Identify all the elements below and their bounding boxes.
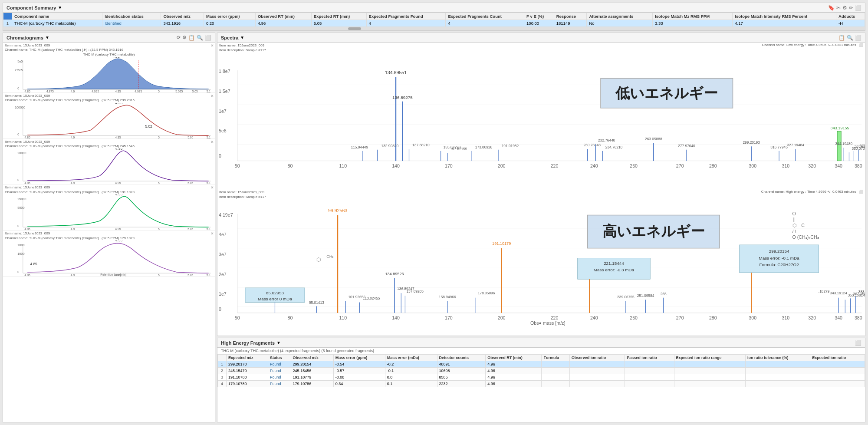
svg-text:221.15444: 221.15444 xyxy=(604,261,624,266)
frag-col-exp-mz[interactable]: Expected m/z xyxy=(227,355,268,361)
frag-row-3-formula xyxy=(542,374,569,381)
frag-icon1[interactable]: ⬜ xyxy=(855,340,861,346)
chrom-item-1-close[interactable]: ✕ xyxy=(210,43,214,48)
chrom-icon1[interactable]: ⟳ xyxy=(177,35,181,41)
frag-col-ion-tol[interactable]: Ion ratio tolerance (%) xyxy=(746,355,810,361)
frag-col-obs-ion[interactable]: Observed ion ratio xyxy=(569,355,625,361)
frag-col-formula[interactable]: Formula xyxy=(542,355,569,361)
svg-text:85.02953: 85.02953 xyxy=(266,291,284,296)
spectra-icon1[interactable]: 📋 xyxy=(838,35,845,41)
component-table-scrollbar[interactable] xyxy=(3,27,865,30)
svg-text:113.02455: 113.02455 xyxy=(363,297,380,301)
chrom-item-3-close[interactable]: ✕ xyxy=(210,140,214,144)
chrom-item-5-close[interactable]: ✕ xyxy=(210,231,214,236)
svg-text:220: 220 xyxy=(551,163,559,168)
high-energy-graph-container: 4.19e7 4e7 3e7 2e7 1e7 0 xyxy=(217,200,865,333)
chrom-icon4[interactable]: 🔍 xyxy=(197,35,203,41)
col-name[interactable]: Component name xyxy=(12,13,102,20)
col-obs-mz[interactable]: Observed m/z xyxy=(161,13,204,20)
col-adducts[interactable]: Adducts xyxy=(836,13,865,20)
frag-row-2[interactable]: 2 245.15470 Found 245.15456 -0.57 -0.1 1… xyxy=(218,368,865,374)
frag-row-1-pass-ion xyxy=(625,361,674,368)
row-obs-rt: 4.96 xyxy=(255,20,311,27)
edit-icon[interactable]: ✏ xyxy=(849,5,853,11)
frag-row-1[interactable]: 1 299.20170 Found 299.20154 -0.54 -0.2 4… xyxy=(218,361,865,368)
frag-col-obs-rt[interactable]: Observed RT (min) xyxy=(486,355,542,361)
component-summary-dropdown-icon[interactable]: ▼ xyxy=(58,5,62,10)
svg-text:299.20154: 299.20154 xyxy=(769,249,789,254)
col-exp-frag-count[interactable]: Expected Fragments Count xyxy=(446,13,524,20)
frag-row-3[interactable]: 3 191.10780 Found 191.10779 -0.08 0.0 85… xyxy=(218,374,865,381)
col-exp-rt[interactable]: Expected RT (min) xyxy=(311,13,366,20)
low-energy-expand[interactable]: ⬜ xyxy=(859,43,863,47)
svg-rect-127 xyxy=(837,132,841,161)
svg-text:110: 110 xyxy=(339,163,347,168)
svg-text:1.5e7: 1.5e7 xyxy=(219,89,230,94)
svg-text:300: 300 xyxy=(749,163,756,168)
svg-text:134.89526: 134.89526 xyxy=(385,272,404,276)
row-mass-err: 0.20 xyxy=(204,20,255,27)
table-row[interactable]: 1 THC-M (carboxy THC metabolite) Identif… xyxy=(3,20,865,27)
col-fve[interactable]: F v E (%) xyxy=(524,13,554,20)
svg-text:240: 240 xyxy=(590,163,598,168)
spectra-icon2[interactable]: 🔍 xyxy=(847,35,853,41)
chromatograms-dropdown-icon[interactable]: ▼ xyxy=(45,35,49,40)
chrom-icon5[interactable]: ⬜ xyxy=(205,35,211,41)
svg-text:277.97640: 277.97640 xyxy=(678,144,695,148)
frag-row-4[interactable]: 4 179.10780 Found 179.10786 0.34 0.1 223… xyxy=(218,381,865,387)
svg-text:320: 320 xyxy=(808,163,816,168)
chrom-item-2-name: Item name: 15June2023_009 xyxy=(5,94,213,98)
frag-col-pass-ion[interactable]: Passed ion ratio xyxy=(625,355,674,361)
scissors-icon[interactable]: ✂ xyxy=(836,5,841,11)
spectra-dropdown-icon[interactable]: ▼ xyxy=(240,35,244,40)
svg-text:80: 80 xyxy=(288,163,293,168)
expand-icon[interactable]: ⬜ xyxy=(855,5,861,11)
gear-icon[interactable]: ⚙ xyxy=(842,5,847,11)
col-alt-assign[interactable]: Alternate assignments xyxy=(587,13,653,20)
frag-col-mass-mda[interactable]: Mass error (mDa) xyxy=(385,355,437,361)
frag-col-exp-ion-range[interactable]: Expected ion ratio range xyxy=(674,355,745,361)
frag-col-obs-mz[interactable]: Observed m/z xyxy=(291,355,333,361)
chrom-icon2[interactable]: ⚙ xyxy=(182,35,187,41)
svg-text:4.9: 4.9 xyxy=(71,273,75,277)
frag-row-4-status: Found xyxy=(268,381,291,387)
col-iso-mz[interactable]: Isotope Match Mz RMS PPM xyxy=(653,13,733,20)
frag-row-2-exp-ion xyxy=(810,368,865,374)
svg-text:20000: 20000 xyxy=(17,151,26,155)
spectra-content: Item name: 15June2023_009 Item descripti… xyxy=(217,43,865,336)
col-mass-err[interactable]: Mass error (ppm) xyxy=(204,13,255,20)
svg-text:140: 140 xyxy=(392,315,400,320)
spectra-icon3[interactable]: ⬜ xyxy=(855,35,861,41)
high-energy-svg: 4.19e7 4e7 3e7 2e7 1e7 0 xyxy=(217,200,865,333)
fragments-icons: ⬜ xyxy=(855,340,861,346)
svg-text:0: 0 xyxy=(17,224,19,228)
frag-col-det-counts[interactable]: Detector counts xyxy=(437,355,486,361)
col-response[interactable]: Response xyxy=(554,13,587,20)
chrom-item-2-close[interactable]: ✕ xyxy=(210,94,214,98)
chrom-item-2-channel: Channel name: THC-M (carboxy THC metabol… xyxy=(5,98,213,102)
high-energy-expand[interactable]: ⬜ xyxy=(859,190,863,194)
col-exp-frag-found[interactable]: Expected Fragments Found xyxy=(366,13,446,20)
svg-text:2.5e5: 2.5e5 xyxy=(15,68,23,72)
svg-text:高いエネルギー: 高いエネルギー xyxy=(602,224,705,240)
high-energy-channel: Channel name: High energy : Time 4.9596 … xyxy=(761,190,856,194)
scrollbar-thumb[interactable] xyxy=(348,27,361,30)
frag-col-exp-ion[interactable]: Expected ion ratio xyxy=(810,355,865,361)
col-obs-rt[interactable]: Observed RT (min) xyxy=(255,13,311,20)
frag-row-4-formula xyxy=(542,381,569,387)
frag-row-4-mass-mda: 0.1 xyxy=(385,381,437,387)
col-id-status[interactable]: Identification status xyxy=(102,13,161,20)
chrom-item-4-close[interactable]: ✕ xyxy=(210,185,214,190)
bookmark-icon[interactable]: 🔖 xyxy=(828,5,835,11)
fragments-dropdown-icon[interactable]: ▼ xyxy=(276,340,281,345)
svg-text:1e7: 1e7 xyxy=(219,292,227,297)
svg-text:5: 5 xyxy=(158,273,160,277)
col-iso-int[interactable]: Isotope Match Intensity RMS Percent xyxy=(733,13,836,20)
svg-text:173.00926: 173.00926 xyxy=(475,145,493,149)
frag-col-mass-ppm[interactable]: Mass error (ppm) xyxy=(333,355,385,361)
chrom-icon3[interactable]: 📋 xyxy=(188,35,195,41)
svg-text:200: 200 xyxy=(498,315,506,320)
frag-col-status[interactable]: Status xyxy=(268,355,291,361)
chrom-graph-2: 100000 0 4.96 5.02 4.85 4.9 4.95 5 5.05 xyxy=(5,103,213,138)
chrom-svg-5: 7000 1000 0 4.85 4.96 4.85 4.9 4.95 5 xyxy=(5,241,213,277)
